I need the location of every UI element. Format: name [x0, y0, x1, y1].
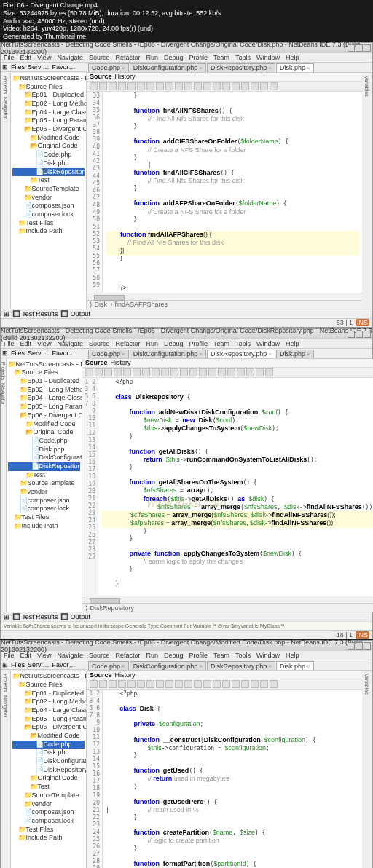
tree-node[interactable]: 📁 Test [12, 783, 85, 792]
breadcrumb-item[interactable]: ⟩ Disk [90, 301, 107, 308]
tree-node[interactable]: 📄 Code.php [8, 437, 80, 446]
code-content[interactable]: <?php class Disk { private $configuratio… [103, 690, 362, 868]
editor-toolbar-button[interactable] [222, 82, 230, 90]
tree-node[interactable]: 📁 Test Files [12, 826, 85, 835]
tree-node[interactable]: 📄 composer.lock [12, 210, 85, 219]
panel-tab[interactable]: Favor… [52, 63, 76, 71]
close-icon[interactable]: × [122, 65, 125, 71]
maximize-button[interactable] [356, 331, 363, 338]
tree-node[interactable]: 📁 Ep04 - Large Class [8, 394, 80, 403]
editor-toolbar-button[interactable] [95, 368, 103, 376]
editor-toolbar-button[interactable] [213, 680, 221, 688]
editor-toolbar-button[interactable] [246, 368, 254, 376]
minimize-button[interactable] [348, 642, 355, 650]
tree-node[interactable]: 📁 Original Code [12, 774, 85, 783]
line-gutter[interactable]: 1 2 3 4 5 6 7 8 9 10 11 12 13 14 15 16 1… [87, 690, 103, 868]
tree-node[interactable]: 📁 Include Path [8, 522, 80, 531]
close-icon[interactable]: × [307, 351, 310, 358]
code-content[interactable]: <?php class DiskRepository { function ad… [98, 378, 373, 596]
tree-node[interactable]: 📄 composer.lock [12, 817, 85, 826]
editor-toolbar-button[interactable] [170, 368, 178, 376]
tree-node[interactable]: 📁 Test [8, 471, 80, 480]
file-tab[interactable]: DiskRepository.php× [207, 63, 275, 72]
file-tab[interactable]: Disk.php× [276, 63, 314, 72]
editor-toolbar-button[interactable] [260, 680, 268, 688]
tree-node[interactable]: 📁 vendor [8, 488, 80, 497]
tree-node[interactable]: 📁 Ep05 - Long Parameter List [12, 117, 85, 125]
editor-toolbar-button[interactable] [232, 82, 240, 90]
editor-toolbar-button[interactable] [137, 82, 145, 90]
line-gutter[interactable]: 33 34 35 36 37 38 39 40 41 42 43 44 45 4… [87, 92, 103, 293]
editor-toolbar-button[interactable] [175, 680, 183, 688]
editor-toolbar-button[interactable] [156, 680, 164, 688]
project-tab-icon[interactable]: ⊞ [2, 661, 8, 668]
tree-node[interactable]: 📁 SourceTemplate [12, 185, 85, 194]
minimize-button[interactable] [348, 44, 355, 52]
rail-tab-projects[interactable]: Projects [3, 674, 8, 692]
close-icon[interactable]: × [307, 663, 310, 669]
breadcrumb[interactable]: ⟩ Disk⟩ findASAFPShares [87, 300, 362, 309]
editor-toolbar-button[interactable] [109, 680, 117, 688]
breadcrumb-item[interactable]: ⟩ DiskRepository [85, 604, 134, 612]
tree-node[interactable]: 📁 Source Files [12, 83, 85, 92]
editor-toolbar-button[interactable] [127, 82, 136, 90]
file-tab[interactable]: DiskRepository.php× [207, 350, 275, 358]
titlebar[interactable]: NetTutsScreencasts - Detecting Code Smel… [1, 43, 372, 53]
tree-node[interactable]: 📁 Ep05 - Long Parameter List [12, 715, 85, 724]
horizontal-scrollbar[interactable] [87, 293, 362, 300]
rail-tab-variables[interactable]: Variables [364, 674, 369, 695]
file-tab[interactable]: DiskRepository.php× [207, 661, 275, 670]
editor-toolbar-button[interactable] [118, 82, 126, 90]
bottom-tab[interactable]: 🔲 Output [60, 310, 90, 317]
editor-toolbar-button[interactable] [180, 368, 188, 376]
tree-node[interactable]: 📁 Source Files [12, 681, 85, 690]
tree-node[interactable]: 📁 NetTutsScreencasts - Detecting Code [12, 74, 85, 83]
tree-node[interactable]: 📁 Source Files [8, 368, 80, 377]
tree-node[interactable]: 📄 composer.json [8, 497, 80, 505]
editor-toolbar-button[interactable] [213, 82, 221, 90]
panel-tab[interactable]: Servi… [28, 350, 50, 357]
code-area[interactable]: 1 2 3 4 5 6 7 8 9 10 11 12 13 14 15 16 1… [87, 690, 362, 868]
tree-node[interactable]: 📁 NetTutsScreencasts - Detecting Code [12, 672, 85, 681]
editor-toolbar-button[interactable] [237, 368, 245, 376]
editor-toolbar-button[interactable] [270, 680, 278, 688]
editor-toolbar-button[interactable] [175, 82, 183, 90]
close-icon[interactable]: × [122, 351, 125, 358]
tree-node[interactable]: 📂 Original Code [8, 428, 80, 437]
tree-node[interactable]: 📄 Disk.php [12, 159, 85, 168]
editor-toolbar-button[interactable] [270, 82, 278, 90]
tree-node[interactable]: 📄 Disk.php [12, 749, 85, 757]
sub-tab-history[interactable]: History [115, 73, 136, 80]
tree-node[interactable]: 📁 Test Files [12, 219, 85, 228]
editor-toolbar-button[interactable] [199, 368, 207, 376]
sub-tab-source[interactable]: Source [90, 671, 112, 679]
tree-node[interactable]: 📁 Include Path [12, 834, 85, 843]
editor-toolbar-button[interactable] [203, 82, 211, 90]
line-gutter[interactable]: 1 2 3 4 5 6 7 8 9 10 11 12 13 14 15 16 1… [82, 378, 98, 596]
editor-toolbar-button[interactable] [208, 368, 216, 376]
editor-toolbar-button[interactable] [99, 82, 107, 90]
bottom-tab[interactable]: 🔲 Output [60, 613, 90, 620]
editor-toolbar-button[interactable] [85, 368, 93, 376]
close-icon[interactable]: × [307, 65, 310, 71]
editor-toolbar-button[interactable] [127, 680, 136, 688]
tree-node[interactable]: 📄 Code.php [12, 741, 85, 749]
editor-toolbar-button[interactable] [90, 82, 98, 90]
editor-toolbar-button[interactable] [137, 680, 145, 688]
tree-node[interactable]: 📁 Ep05 - Long Parameter List [8, 403, 80, 411]
code-area[interactable]: 1 2 3 4 5 6 7 8 9 10 11 12 13 14 15 16 1… [82, 378, 373, 596]
editor-toolbar-button[interactable] [203, 680, 211, 688]
maximize-button[interactable] [356, 642, 363, 650]
close-button[interactable] [364, 44, 371, 52]
tree-node[interactable]: 📁 Ep01 - Duplicated Code [12, 91, 85, 100]
tree-node[interactable]: 📁 Ep01 - Duplicated Code [12, 690, 85, 698]
close-icon[interactable]: × [199, 351, 203, 358]
tree-node[interactable]: 📁 SourceTemplate [8, 479, 80, 488]
tree-node[interactable]: 📂 Ep06 - Divergent Change [12, 125, 85, 134]
sub-tab-history[interactable]: History [111, 359, 131, 366]
tree-node[interactable]: 📁 Ep02 - Long Method [12, 698, 85, 706]
editor-toolbar-button[interactable] [146, 82, 154, 90]
bottom-tab[interactable]: 🔲 Test Results [12, 613, 58, 620]
close-button[interactable] [364, 642, 371, 650]
editor-toolbar-button[interactable] [90, 680, 98, 688]
